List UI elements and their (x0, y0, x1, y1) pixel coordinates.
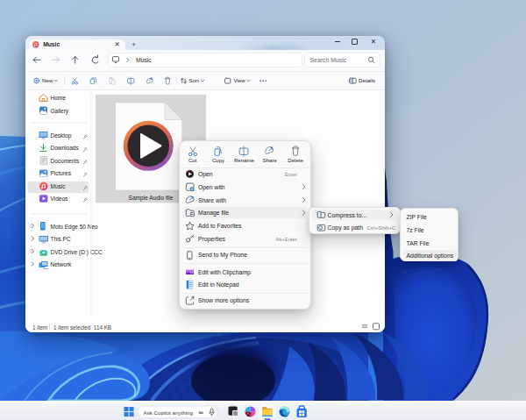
svg-text:Music: Music (51, 183, 67, 189)
svg-text:Ctrl+Shift+C: Ctrl+Shift+C (366, 225, 395, 231)
svg-text:Cut: Cut (188, 157, 197, 163)
svg-text:Details: Details (359, 77, 375, 83)
svg-text:Share with: Share with (198, 197, 226, 203)
svg-text:Desktop: Desktop (51, 132, 72, 139)
svg-text:Properties: Properties (198, 236, 226, 243)
svg-text:Alt+Enter: Alt+Enter (275, 237, 297, 242)
svg-text:View: View (234, 77, 246, 83)
svg-text:Edit with Clipchamp: Edit with Clipchamp (198, 269, 251, 276)
svg-text:Rename: Rename (234, 157, 255, 163)
svg-text:Ask Copilot anything: Ask Copilot anything (144, 409, 194, 416)
svg-text:Copy as path: Copy as path (327, 224, 363, 231)
svg-text:Search Music: Search Music (310, 57, 347, 63)
svg-text:DVD Drive (D:) CCC: DVD Drive (D:) CCC (51, 249, 103, 256)
svg-text:Open with: Open with (198, 184, 225, 191)
svg-text:Share: Share (263, 157, 278, 163)
svg-text:Network: Network (51, 261, 73, 267)
svg-text:Open: Open (198, 171, 213, 178)
svg-text:Send to My Phone: Send to My Phone (198, 252, 247, 259)
svg-text:Sort: Sort (189, 77, 200, 83)
svg-text:Sample Audio file: Sample Audio file (129, 195, 174, 202)
svg-text:This PC: This PC (51, 236, 71, 242)
svg-text:Pictures: Pictures (51, 170, 72, 176)
svg-text:Delete: Delete (288, 157, 304, 163)
svg-text:∞: ∞ (199, 409, 203, 416)
svg-text:Music: Music (136, 57, 152, 63)
svg-text:Compress to...: Compress to... (327, 211, 366, 218)
svg-text:Show more options: Show more options (198, 297, 250, 304)
svg-text:Downloads: Downloads (51, 145, 80, 151)
svg-text:Add to Favorites: Add to Favorites (198, 223, 242, 229)
svg-text:Videos: Videos (51, 196, 69, 202)
svg-text:New: New (42, 77, 53, 83)
svg-text:Enter: Enter (285, 172, 297, 177)
svg-text:Manage file: Manage file (198, 210, 229, 217)
svg-text:Documents: Documents (51, 158, 81, 164)
svg-text:Edit in Notepad: Edit in Notepad (198, 281, 239, 288)
svg-text:Gallery: Gallery (51, 108, 69, 115)
svg-text:Copy: Copy (212, 157, 225, 163)
svg-text:Home: Home (51, 95, 67, 101)
